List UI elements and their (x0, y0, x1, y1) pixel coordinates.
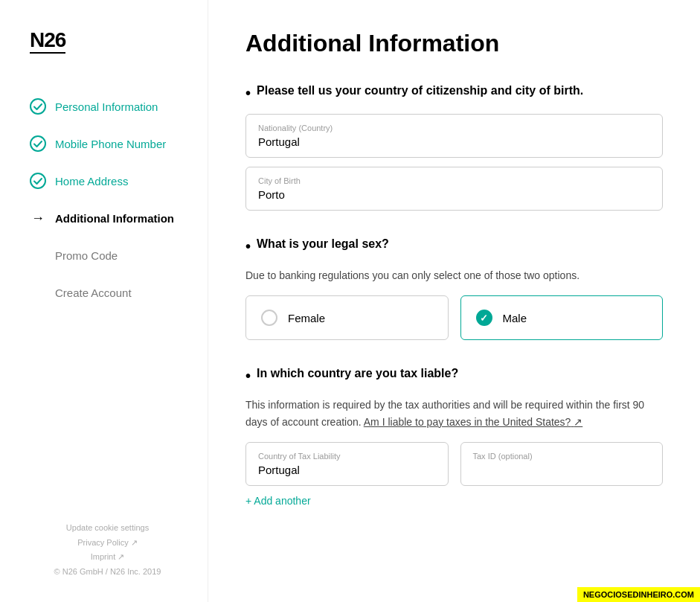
sidebar-item-home-address[interactable]: Home Address (30, 173, 185, 189)
city-of-birth-field[interactable]: City of Birth Porto (245, 167, 663, 211)
bullet-2: • (245, 237, 251, 255)
placeholder-icon-promo (30, 247, 46, 263)
svg-point-0 (30, 99, 45, 114)
arrow-right-icon: → (30, 210, 46, 226)
sidebar-item-create-account[interactable]: Create Account (30, 284, 185, 301)
sidebar-item-mobile-phone-number[interactable]: Mobile Phone Number (30, 135, 185, 152)
sidebar-footer: Update cookie settings Privacy Policy ↗ … (30, 521, 185, 580)
main-content: Additional Information • Please tell us … (208, 0, 700, 602)
citizenship-question: • Please tell us your country of citizen… (245, 84, 663, 102)
sidebar-label-home-address: Home Address (55, 175, 128, 188)
sidebar-item-additional-information[interactable]: → Additional Information (30, 210, 185, 226)
tax-fields: Country of Tax Liability Portugal Tax ID… (245, 442, 663, 486)
sidebar-label-mobile-phone-number: Mobile Phone Number (55, 138, 166, 150)
male-label: Male (503, 312, 527, 324)
city-of-birth-value: Porto (258, 188, 650, 201)
check-circle-icon-3 (30, 173, 46, 189)
tax-liability-description: This information is required by the tax … (245, 397, 663, 430)
tax-id-field[interactable]: Tax ID (optional) (460, 442, 664, 486)
logo-text: N26 (30, 30, 65, 54)
check-circle-icon-2 (30, 135, 46, 152)
female-label: Female (288, 312, 325, 324)
svg-point-1 (30, 136, 45, 151)
sidebar-item-promo-code[interactable]: Promo Code (30, 247, 185, 263)
country-tax-liability-field[interactable]: Country of Tax Liability Portugal (245, 442, 449, 486)
male-radio (476, 310, 492, 326)
check-circle-icon (30, 98, 46, 115)
citizenship-fields: Nationality (Country) Portugal City of B… (245, 114, 663, 211)
female-option[interactable]: Female (245, 295, 449, 340)
watermark-badge: NEGOCIOSEDINHEIRO.COM (577, 587, 700, 602)
legal-sex-description: Due to banking regulations you can only … (245, 267, 663, 284)
imprint-link[interactable]: Imprint ↗ (91, 552, 125, 561)
sidebar: N26 Personal Information Mobile Phone Nu… (0, 0, 208, 602)
nationality-field[interactable]: Nationality (Country) Portugal (245, 114, 663, 158)
male-option[interactable]: Male (460, 295, 664, 340)
placeholder-icon-create (30, 284, 46, 301)
nav-items: Personal Information Mobile Phone Number… (30, 98, 185, 521)
sidebar-label-personal-information: Personal Information (55, 100, 158, 113)
svg-point-2 (30, 173, 45, 188)
section-legal-sex: • What is your legal sex? Due to banking… (245, 237, 663, 340)
country-tax-liability-label: Country of Tax Liability (258, 452, 436, 461)
add-another-button[interactable]: + Add another (245, 495, 311, 507)
logo: N26 (30, 30, 185, 54)
female-radio (261, 310, 277, 326)
page-title: Additional Information (245, 30, 663, 57)
bullet-3: • (245, 367, 251, 385)
nationality-value: Portugal (258, 135, 650, 148)
section-citizenship: • Please tell us your country of citizen… (245, 84, 663, 211)
tax-liability-question: • In which country are you tax liable? (245, 367, 663, 385)
copyright-text: © N26 GmbH / N26 Inc. 2019 (30, 565, 185, 580)
update-cookie-link[interactable]: Update cookie settings (66, 523, 149, 532)
sidebar-label-promo-code: Promo Code (55, 249, 118, 262)
sidebar-label-additional-information: Additional Information (55, 212, 174, 225)
sidebar-item-personal-information[interactable]: Personal Information (30, 98, 185, 115)
privacy-policy-link[interactable]: Privacy Policy ↗ (77, 538, 138, 547)
sidebar-label-create-account: Create Account (55, 286, 132, 299)
bullet-1: • (245, 84, 251, 102)
tax-us-link[interactable]: Am I liable to pay taxes in the United S… (364, 416, 583, 428)
country-tax-liability-value: Portugal (258, 464, 436, 476)
gender-options: Female Male (245, 295, 663, 340)
nationality-label: Nationality (Country) (258, 124, 650, 132)
section-tax-liability: • In which country are you tax liable? T… (245, 367, 663, 507)
city-of-birth-label: City of Birth (258, 176, 650, 185)
tax-id-label: Tax ID (optional) (473, 452, 651, 461)
legal-sex-question: • What is your legal sex? (245, 237, 663, 255)
